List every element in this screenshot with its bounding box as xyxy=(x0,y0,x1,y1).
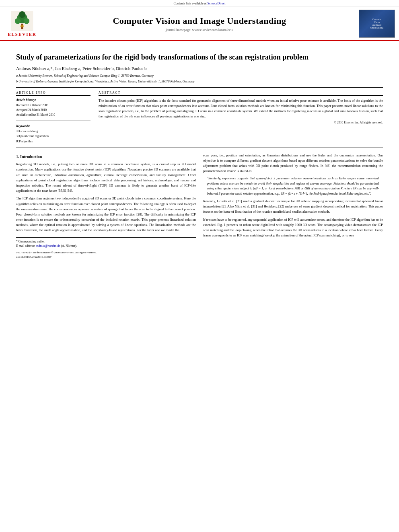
elsevier-logo: ELSEVIER xyxy=(8,11,37,37)
intro-paragraph-1: Registering 3D models, i.e., putting two… xyxy=(16,162,196,193)
journal-title: Computer Vision and Image Understanding xyxy=(40,16,359,26)
elsevier-text: ELSEVIER xyxy=(8,32,37,37)
keywords-list: 3D scan matching 3D point cloud registra… xyxy=(16,129,90,144)
footnote-corresponding: * Corresponding author. xyxy=(16,239,196,244)
article-content: Study of parameterizations for the rigid… xyxy=(0,43,399,263)
journal-header: Contents lists available at ScienceDirec… xyxy=(0,0,399,41)
keyword-2: 3D point cloud registration xyxy=(16,134,90,139)
footnote-email[interactable]: andreas@nuechti.de xyxy=(36,244,60,248)
copyright: © 2010 Elsevier Inc. All rights reserved… xyxy=(99,121,383,124)
affiliation-b: b University of Koblenz-Landau, Institut… xyxy=(16,79,383,84)
contents-label: Contents lists available at xyxy=(174,2,207,5)
footnote-email-label: E-mail address: xyxy=(16,244,35,248)
cover-title: ComputerVisionand ImageUnderstanding xyxy=(370,18,383,30)
affiliation-a: a Jacobs University Bremen, School of En… xyxy=(16,74,383,78)
article-history-label: Article history: xyxy=(16,98,90,102)
section1-title: 1. Introduction xyxy=(16,154,196,160)
issn-line: 1077-3142/$ - see front matter © 2010 El… xyxy=(16,251,196,259)
article-info-divider xyxy=(16,121,90,121)
svg-point-4 xyxy=(24,18,30,24)
right-col-p2: Recently, Grisetti et al. [21] used a gr… xyxy=(203,199,383,215)
sciencedirect-link[interactable]: ScienceDirect xyxy=(208,2,226,5)
svg-point-3 xyxy=(15,18,21,24)
right-col-p1: scan pose, i.e., position and orientatio… xyxy=(203,153,383,174)
keyword-1: 3D scan matching xyxy=(16,129,90,134)
abstract-heading: ABSTRACT xyxy=(99,91,383,96)
article-info-col: ARTICLE INFO Article history: Received 1… xyxy=(16,91,90,144)
footnote-email-name: (A. Nüchter). xyxy=(61,244,77,248)
journal-cover-image: ComputerVisionand ImageUnderstanding xyxy=(359,10,395,38)
footnote-area: * Corresponding author. E-mail address: … xyxy=(16,237,196,249)
right-col-p3: If n-scans have to be registered, any se… xyxy=(203,217,383,238)
accepted-date: Accepted 24 March 2010 xyxy=(16,108,90,112)
abstract-text: The iterative closest point (ICP) algori… xyxy=(99,98,383,119)
article-info-heading: ARTICLE INFO xyxy=(16,91,90,96)
body-col-left: 1. Introduction Registering 3D models, i… xyxy=(16,153,196,259)
intro-paragraph-2: The ICP algorithm registers two independ… xyxy=(16,196,196,233)
journal-header-main: ELSEVIER Computer Vision and Image Under… xyxy=(0,6,399,40)
svg-point-6 xyxy=(20,25,24,27)
keywords-label: Keywords: xyxy=(16,124,90,128)
section-divider-body xyxy=(16,148,383,148)
section-divider-top xyxy=(16,87,383,88)
received-date: Received 17 October 2009 xyxy=(16,103,90,107)
blockquote: "Similarly, experience suggests that qua… xyxy=(207,176,379,196)
body-two-col: 1. Introduction Registering 3D models, i… xyxy=(16,153,383,259)
journal-homepage: journal homepage: www.elsevier.com/locat… xyxy=(40,28,359,32)
article-info-abstract-cols: ARTICLE INFO Article history: Received 1… xyxy=(16,91,383,144)
elsevier-tree-icon xyxy=(10,11,34,31)
journal-title-center: Computer Vision and Image Understanding … xyxy=(40,16,359,32)
authors: Andreas Nüchter a,*, Jan Elseberg a, Pet… xyxy=(16,65,383,72)
page: Contents lists available at ScienceDirec… xyxy=(0,0,399,532)
available-date: Available online 31 March 2010 xyxy=(16,113,90,117)
journal-top-bar: Contents lists available at ScienceDirec… xyxy=(0,0,399,6)
abstract-col: ABSTRACT The iterative closest point (IC… xyxy=(99,91,383,144)
body-col-right: scan pose, i.e., position and orientatio… xyxy=(203,153,383,259)
article-title: Study of parameterizations for the rigid… xyxy=(16,52,383,62)
elsevier-logo-area: ELSEVIER xyxy=(4,11,40,37)
footnote-email-line: E-mail address: andreas@nuechti.de (A. N… xyxy=(16,244,196,248)
keyword-3: ICP algorithm xyxy=(16,139,90,144)
svg-point-5 xyxy=(19,11,25,18)
